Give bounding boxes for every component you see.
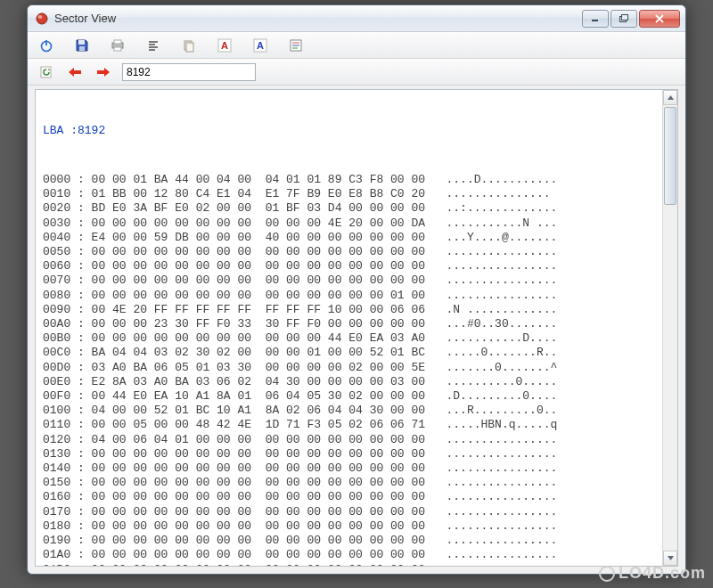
main-toolbar: A A [28,32,685,59]
svg-point-0 [37,13,47,24]
scroll-up-button[interactable] [663,90,677,105]
window-title: Sector View [54,12,582,25]
font-a-blue-icon[interactable]: A [250,36,270,55]
sector-input[interactable] [122,63,256,81]
vertical-scrollbar[interactable] [662,90,677,566]
titlebar[interactable]: Sector View [28,5,685,32]
nav-toolbar [28,59,685,86]
close-button[interactable] [639,10,680,28]
print-icon[interactable] [108,36,127,55]
save-icon[interactable] [72,36,92,55]
refresh-icon[interactable] [37,62,56,82]
font-a-red-icon[interactable]: A [215,36,234,55]
align-icon[interactable] [143,36,163,55]
svg-rect-17 [186,43,193,52]
hex-body: 0000 : 00 00 01 BA 44 00 04 00 04 01 01 … [43,173,677,567]
svg-rect-4 [621,14,627,20]
svg-rect-11 [114,47,121,51]
power-icon[interactable] [37,36,56,55]
svg-rect-10 [114,40,121,44]
watermark-text: LO4D.com [619,564,706,583]
app-icon [35,12,49,26]
minimize-button[interactable] [582,10,609,28]
hex-viewer: LBA :8192 0000 : 00 00 01 BA 44 00 04 00… [35,89,678,567]
properties-icon[interactable] [286,36,306,55]
sector-view-window: Sector View A [27,4,686,575]
svg-rect-8 [79,46,85,51]
globe-icon [599,566,615,582]
scroll-thumb[interactable] [664,107,676,205]
prev-arrow-icon[interactable] [65,62,85,82]
next-arrow-icon[interactable] [94,62,113,82]
lba-label: LBA :8192 [43,124,677,138]
copy-icon[interactable] [179,36,199,55]
scroll-track[interactable] [663,105,677,551]
watermark: LO4D.com [599,564,706,583]
maximize-button[interactable] [611,10,637,28]
svg-text:A: A [221,40,228,51]
svg-rect-7 [78,40,85,45]
svg-point-1 [38,15,43,19]
svg-text:A: A [257,40,264,51]
